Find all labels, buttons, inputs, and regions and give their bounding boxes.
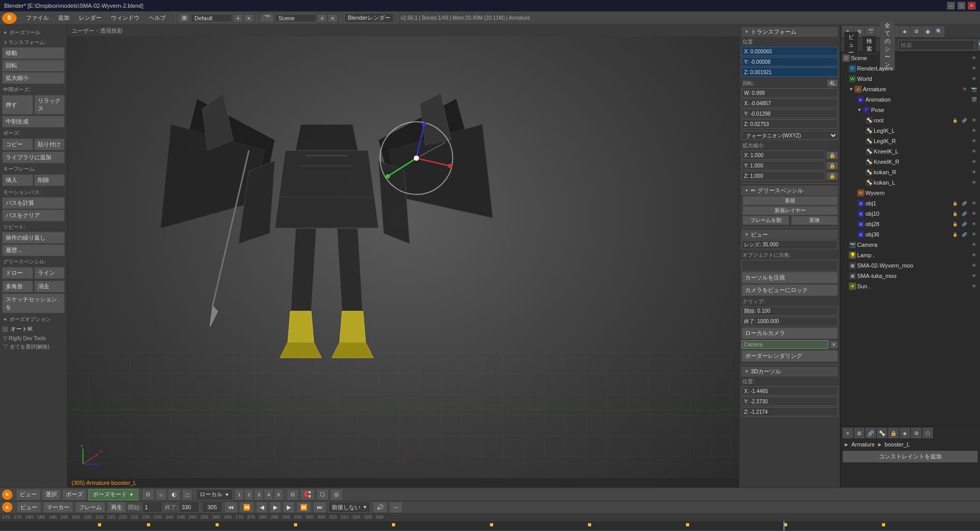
lamp-vis[interactable]: 👁 [970, 253, 978, 258]
smatuka-vis[interactable]: 👁 [970, 273, 978, 278]
outliner-item-kneelk-r[interactable]: 🦴 KneelK_R 👁 [841, 157, 980, 167]
outliner-item-obj1[interactable]: ▣ obj1 🔒 🔗 👁 [841, 198, 980, 208]
sma02-vis[interactable]: 👁 [970, 263, 978, 268]
loc-z-input[interactable] [741, 67, 838, 77]
layer-btn-5[interactable]: 5 [274, 489, 283, 500]
relax-button[interactable]: リラックス [34, 95, 65, 115]
obj28-vis-1[interactable]: 🔒 [951, 222, 959, 227]
obj36-vis[interactable]: 👁 [970, 232, 978, 237]
obj36-vis-1[interactable]: 🔒 [951, 232, 959, 237]
menu-add[interactable]: 追加 [54, 13, 74, 23]
add-workspace[interactable]: + [233, 14, 243, 22]
armature-render-vis[interactable]: 📷 [970, 87, 978, 92]
sun-vis[interactable]: 👁 [970, 284, 978, 289]
copy-button[interactable]: コピー [2, 138, 33, 150]
obj28-vis[interactable]: 👁 [970, 221, 978, 227]
outliner-item-sun[interactable]: ☀ Sun . 👁 [841, 281, 980, 291]
loc-x-input[interactable] [741, 47, 838, 56]
cam-to-view-button[interactable]: カメラをビューにロック [741, 284, 838, 296]
space-selector[interactable]: ローカル ▼ [196, 489, 233, 500]
scale-x-lock[interactable]: 🔒 [827, 151, 838, 159]
history-button[interactable]: 履歴... [2, 244, 65, 256]
start-input[interactable] [142, 501, 163, 513]
kokan-l-vis[interactable]: 👁 [970, 180, 978, 185]
constraint-icon-2[interactable]: ⊞ [854, 428, 864, 438]
border-render-button[interactable]: ボーダーレンダリング [741, 350, 838, 362]
timeline-frame-btn[interactable]: フレーム [75, 501, 105, 513]
remove-scene[interactable]: × [328, 14, 337, 22]
outliner-item-armature[interactable]: ▼ A Armature 👁 📷 [841, 84, 980, 94]
prev-keyframe-btn[interactable]: ⏪ [240, 501, 254, 513]
kneelk-r-vis[interactable]: 👁 [970, 159, 978, 164]
outliner-icon-8[interactable]: ◉ [922, 26, 933, 37]
close-button[interactable]: ✕ [968, 2, 976, 10]
paste-button[interactable]: 貼り付け [34, 138, 65, 150]
outliner-icon-7[interactable]: ⚙ [911, 26, 921, 37]
repeat-action-button[interactable]: 操作の繰り返し [2, 232, 65, 244]
sync-btn[interactable]: ↔ [389, 501, 402, 513]
cursor-z-input[interactable] [741, 407, 838, 416]
root-vis-2[interactable]: 🔗 [960, 118, 969, 123]
obj1-vis-1[interactable]: 🔒 [951, 201, 959, 206]
layout-icon[interactable]: ⊞ [179, 13, 190, 22]
cursor-x-input[interactable] [741, 386, 838, 396]
world-vis[interactable]: 👁 [970, 76, 978, 81]
erase-button[interactable]: 消去 [34, 281, 65, 292]
rot-w-input[interactable] [741, 88, 838, 97]
outliner-icon-6[interactable]: ◈ [900, 26, 910, 37]
camera-vis[interactable]: 👁 [970, 242, 978, 247]
outliner-item-animation[interactable]: ▶ Animation 🎬 [841, 94, 980, 105]
cursor-3d-title[interactable]: 3Dカーソル [741, 367, 838, 376]
outliner-item-sma02[interactable]: ▣ SMA-02-Wyvern_moo 👁 [841, 260, 980, 271]
add-scene[interactable]: + [317, 14, 327, 22]
obj10-vis[interactable]: 👁 [970, 211, 978, 216]
outliner-icon-3[interactable]: 🎬 [865, 26, 876, 37]
clear-path-button[interactable]: パスをクリア [2, 209, 65, 221]
cursor-to-cam-button[interactable]: カーソルを注視 [741, 272, 838, 284]
delete-button[interactable]: 削除 [34, 174, 65, 186]
armature-vis[interactable]: 👁 [960, 87, 969, 92]
clip-end-input[interactable] [741, 317, 838, 326]
timeline-play-btn[interactable]: 再生 [107, 501, 126, 513]
legik-l-vis[interactable]: 👁 [970, 128, 978, 133]
lens-input[interactable] [741, 240, 838, 249]
timeline-marker-btn[interactable]: マーカー [43, 501, 73, 513]
minimize-button[interactable]: ─ [947, 2, 955, 10]
outliner-item-kokan-r[interactable]: 🦴 kokan_R 👁 [841, 167, 980, 177]
outliner-item-kokan-l[interactable]: 🦴 kokan_L 👁 [841, 177, 980, 188]
rotation-4l-button[interactable]: 4L [827, 79, 838, 87]
renderer-selector[interactable]: Blenderレンダー [344, 13, 394, 23]
play-btn[interactable]: ▶ [270, 501, 281, 513]
outliner-item-pose[interactable]: ▼ P Pose [841, 105, 980, 115]
outliner-item-obj36[interactable]: ▣ obj36 🔒 🔗 👁 [841, 229, 980, 240]
auto-ik-box[interactable] [2, 326, 8, 332]
local-camera-button[interactable]: ローカルカメラ [741, 327, 838, 339]
remove-workspace[interactable]: × [244, 14, 253, 22]
current-frame-input[interactable] [202, 501, 222, 513]
vp-pose-btn[interactable]: ポーズ [62, 489, 87, 500]
manipulator-gizmo[interactable] [375, 117, 458, 201]
workspace-selector[interactable]: Default [191, 14, 232, 22]
constraint-icon-5[interactable]: 🔒 [888, 428, 899, 438]
add-constraint-button[interactable]: コンストレイントを追加 [843, 451, 978, 463]
vp-solid-btn[interactable]: ◐ [168, 489, 180, 500]
obj10-vis-2[interactable]: 🔗 [960, 212, 969, 216]
loc-y-input[interactable] [741, 57, 838, 66]
layer-btn-1[interactable]: 1 [234, 489, 244, 500]
rot-x-input[interactable] [741, 99, 838, 108]
constraint-icon-4[interactable]: 🦴 [877, 428, 887, 438]
obj28-vis-2[interactable]: 🔗 [960, 222, 969, 227]
outliner-item-obj10[interactable]: ▣ obj10 🔒 🔗 👁 [841, 208, 980, 219]
menu-window[interactable]: ウィンドウ [107, 13, 144, 23]
prev-frame-btn[interactable]: ◀ [256, 501, 268, 513]
obj10-vis-1[interactable]: 🔒 [951, 212, 959, 216]
rotate-button[interactable]: 回転 [2, 60, 65, 72]
outliner-item-legik-r[interactable]: 🦴 LegIK_R 👁 [841, 136, 980, 146]
push-button[interactable]: 押す [2, 95, 33, 115]
audio-btn[interactable]: 🔊 [373, 501, 387, 513]
poly-button[interactable]: 多角形 [2, 281, 33, 292]
vp-draw-btn[interactable]: ○ [156, 489, 166, 500]
quaternion-selector[interactable]: クォータニオン(WXYZ) [741, 131, 838, 140]
obj1-vis[interactable]: 👁 [970, 201, 978, 206]
change-button[interactable]: 変換 [791, 216, 838, 225]
